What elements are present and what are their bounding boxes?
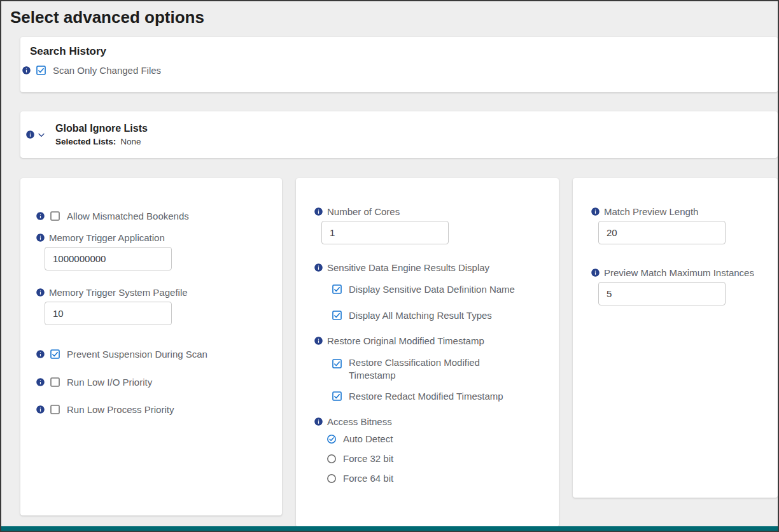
force-32-bit-radio[interactable] [326, 453, 337, 465]
info-icon[interactable] [36, 377, 45, 387]
display-all-matching-result-types-checkbox[interactable] [331, 309, 343, 321]
access-bitness-label: Access Bitness [327, 416, 392, 427]
restore-original-modified-timestamp-label: Restore Original Modified Timestamp [327, 335, 484, 346]
global-ignore-icons [25, 130, 46, 140]
restore-classification-modified-timestamp-label: Restore Classification Modified Timestam… [349, 356, 500, 382]
selected-lists-label: Selected Lists: [55, 137, 116, 146]
force-64-bit-radio[interactable] [326, 473, 337, 484]
access-bitness-option-force-64: Force 64 bit [326, 473, 541, 484]
allow-mismatched-bookends-label: Allow Mismatched Bookends [67, 211, 189, 221]
advanced-options-page: Select advanced options Search History S… [0, 0, 779, 532]
memory-trigger-application-label-row: Memory Trigger Application [36, 232, 267, 243]
preview-match-maximum-instances-label: Preview Match Maximum Instances [604, 267, 754, 278]
memory-trigger-system-pagefile-input[interactable] [45, 302, 172, 325]
run-low-process-priority-row: Run Low Process Priority [36, 403, 267, 416]
match-preview-length-label-row: Match Preview Length [591, 206, 760, 217]
info-icon[interactable] [314, 263, 323, 272]
search-history-card: Search History Scan Only Changed Files [20, 37, 778, 92]
restore-redact-modified-timestamp-row: Restore Redact Modified Timestamp [331, 390, 541, 402]
options-columns: Allow Mismatched Bookends Memory Trigger… [20, 178, 778, 527]
info-icon[interactable] [314, 207, 323, 216]
sensitive-data-engine-results-display-label: Sensitive Data Engine Results Display [327, 262, 489, 273]
global-ignore-text: Global Ignore Lists Selected Lists:None [55, 123, 148, 146]
prevent-suspension-during-scan-label: Prevent Suspension During Scan [67, 349, 207, 360]
run-low-process-priority-label: Run Low Process Priority [67, 404, 174, 415]
auto-detect-radio[interactable] [326, 433, 337, 445]
allow-mismatched-bookends-checkbox[interactable] [49, 210, 61, 222]
general-options-card: Allow Mismatched Bookends Memory Trigger… [20, 178, 282, 515]
info-icon[interactable] [314, 336, 323, 346]
scan-only-changed-files-checkbox[interactable] [35, 64, 47, 76]
run-low-process-priority-checkbox[interactable] [49, 403, 61, 416]
prevent-suspension-during-scan-checkbox[interactable] [49, 348, 61, 360]
engine-options-card: Number of Cores Sensitive Data Engine Re… [296, 178, 559, 527]
run-low-io-priority-row: Run Low I/O Priority [36, 376, 267, 388]
chevron-down-icon[interactable] [36, 130, 46, 140]
match-preview-length-input[interactable] [598, 221, 726, 244]
scan-only-changed-files-row: Scan Only Changed Files [22, 64, 768, 76]
display-all-matching-result-types-row: Display All Matching Result Types [331, 309, 541, 321]
restore-redact-modified-timestamp-label: Restore Redact Modified Timestamp [349, 391, 503, 402]
run-low-io-priority-label: Run Low I/O Priority [67, 377, 152, 388]
match-preview-length-label: Match Preview Length [604, 206, 698, 217]
number-of-cores-label: Number of Cores [327, 206, 400, 217]
allow-mismatched-bookends-row: Allow Mismatched Bookends [36, 210, 267, 222]
restore-classification-modified-timestamp-checkbox[interactable] [331, 358, 343, 370]
footer-bar [1, 526, 778, 531]
run-low-io-priority-checkbox[interactable] [49, 376, 61, 388]
preview-match-maximum-instances-label-row: Preview Match Maximum Instances [591, 267, 760, 278]
restore-classification-modified-timestamp-row: Restore Classification Modified Timestam… [331, 356, 541, 382]
search-history-title: Search History [30, 45, 768, 58]
info-icon[interactable] [36, 349, 45, 359]
info-icon[interactable] [36, 233, 45, 242]
global-ignore-lists-card: Global Ignore Lists Selected Lists:None [20, 111, 778, 158]
info-icon[interactable] [314, 417, 323, 426]
memory-trigger-system-pagefile-label-row: Memory Trigger System Pagefile [36, 287, 267, 298]
restore-redact-modified-timestamp-checkbox[interactable] [331, 390, 343, 402]
auto-detect-label: Auto Detect [343, 433, 393, 444]
display-sensitive-data-definition-name-row: Display Sensitive Data Definition Name [331, 283, 541, 295]
access-bitness-label-row: Access Bitness [314, 416, 541, 427]
sensitive-data-engine-results-display-label-row: Sensitive Data Engine Results Display [314, 262, 541, 273]
info-icon[interactable] [36, 288, 45, 297]
info-icon[interactable] [36, 405, 45, 414]
global-ignore-lists-title: Global Ignore Lists [55, 123, 148, 134]
number-of-cores-input[interactable] [321, 221, 449, 244]
display-all-matching-result-types-label: Display All Matching Result Types [349, 310, 492, 321]
number-of-cores-label-row: Number of Cores [314, 206, 541, 217]
info-icon[interactable] [36, 211, 45, 221]
scan-only-changed-files-label: Scan Only Changed Files [53, 65, 161, 76]
display-sensitive-data-definition-name-checkbox[interactable] [331, 283, 343, 295]
display-sensitive-data-definition-name-label: Display Sensitive Data Definition Name [349, 284, 515, 295]
restore-original-modified-timestamp-label-row: Restore Original Modified Timestamp [314, 335, 541, 346]
access-bitness-option-auto-detect: Auto Detect [326, 433, 541, 445]
page-title: Select advanced options [10, 8, 778, 27]
selected-lists: Selected Lists:None [55, 137, 148, 146]
preview-match-maximum-instances-input[interactable] [598, 282, 726, 305]
memory-trigger-system-pagefile-label: Memory Trigger System Pagefile [49, 287, 188, 298]
force-32-bit-label: Force 32 bit [343, 453, 393, 464]
memory-trigger-application-input[interactable] [45, 247, 172, 270]
selected-lists-value: None [120, 137, 141, 146]
force-64-bit-label: Force 64 bit [343, 473, 393, 484]
access-bitness-option-force-32: Force 32 bit [326, 453, 541, 465]
info-icon[interactable] [22, 66, 31, 75]
info-icon[interactable] [591, 207, 600, 216]
memory-trigger-application-label: Memory Trigger Application [49, 232, 165, 243]
info-icon[interactable] [591, 268, 600, 277]
preview-options-card: Match Preview Length Preview Match Maxim… [573, 178, 778, 498]
prevent-suspension-during-scan-row: Prevent Suspension During Scan [36, 348, 267, 360]
info-icon[interactable] [25, 130, 35, 139]
